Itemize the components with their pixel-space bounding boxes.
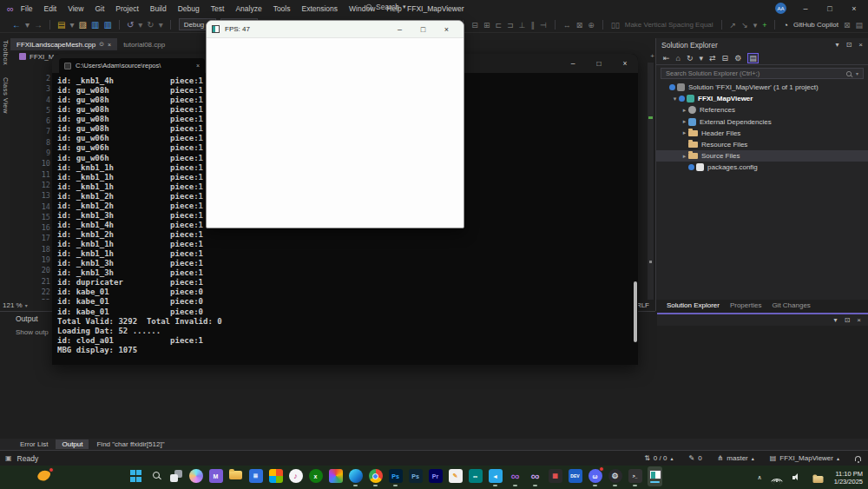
- explorer-toolbar-icon[interactable]: ↻: [687, 54, 694, 63]
- close-tab-icon[interactable]: ×: [196, 63, 200, 69]
- menu-analyze[interactable]: Analyze: [235, 4, 261, 13]
- toolbar-icon[interactable]: +: [762, 21, 766, 30]
- minimize-button[interactable]: –: [560, 59, 586, 68]
- toolbar-icon[interactable]: ▾: [138, 17, 142, 33]
- tree-item[interactable]: packages.config: [656, 162, 868, 173]
- toolbar-icon[interactable]: ▨: [79, 17, 87, 33]
- toolbar-icon[interactable]: ↻: [147, 17, 154, 33]
- toolbar-icon[interactable]: ⊥: [519, 21, 526, 30]
- toolbar-icon[interactable]: ⊟: [471, 21, 478, 30]
- explorer-toolbar-icon[interactable]: ▾: [700, 54, 704, 63]
- taskbar-search[interactable]: [148, 466, 163, 486]
- toolbar-icon[interactable]: ▾: [25, 17, 30, 33]
- explorer-toolbar-icon[interactable]: ⇤: [663, 54, 670, 63]
- taskbar-task-view[interactable]: [168, 466, 183, 486]
- clock[interactable]: 11:10 PM 1/23/2025: [834, 470, 863, 486]
- toolbar-icon[interactable]: ▾: [69, 17, 74, 33]
- toolbar-icon[interactable]: ⊠: [844, 21, 851, 30]
- tray-overflow-caret-icon[interactable]: ∧: [758, 474, 762, 481]
- background-tasks-icon[interactable]: ▣: [5, 454, 12, 462]
- toolbar-icon[interactable]: ↺: [127, 17, 134, 33]
- account-avatar[interactable]: AA: [775, 3, 786, 14]
- bottom-tab[interactable]: Error List: [14, 439, 54, 449]
- panel-tab-properties[interactable]: Properties: [730, 301, 761, 309]
- taskbar-chrome[interactable]: [368, 466, 383, 486]
- expander-icon[interactable]: ▸: [681, 118, 688, 125]
- taskbar-photoshop[interactable]: Ps: [388, 466, 403, 486]
- explorer-toolbar-icon[interactable]: ▤: [747, 53, 759, 63]
- editor-scrollbar[interactable]: [648, 63, 654, 300]
- toolbox-tab[interactable]: Toolbox: [2, 40, 10, 65]
- maximize-button[interactable]: □: [825, 4, 835, 13]
- toolbar-icon[interactable]: →: [34, 17, 43, 33]
- expander-icon[interactable]: ▸: [681, 153, 688, 160]
- split-editor-icon[interactable]: +: [650, 52, 654, 60]
- taskbar-premiere-pro[interactable]: Pr: [428, 466, 443, 486]
- taskbar-copilot[interactable]: [188, 466, 203, 486]
- spacing-command-label[interactable]: Make Vertical Spacing Equal: [625, 21, 713, 29]
- tree-item[interactable]: Resource Files: [656, 139, 868, 150]
- taskbar-vs-code[interactable]: ◄: [488, 466, 503, 486]
- menu-edit[interactable]: Edit: [44, 4, 57, 13]
- close-icon[interactable]: ×: [857, 316, 861, 324]
- pin-icon[interactable]: ⊡: [845, 316, 851, 324]
- taskbar-photos[interactable]: [328, 466, 343, 486]
- taskbar-steam[interactable]: ⚙: [608, 466, 622, 486]
- onedrive-icon[interactable]: [812, 476, 823, 483]
- taskbar-file-explorer[interactable]: [228, 466, 243, 486]
- taskbar-start[interactable]: [128, 466, 143, 486]
- toolbar-icon[interactable]: ⊠: [576, 21, 583, 30]
- tab-tutorial08[interactable]: tutorial08.cpp: [117, 38, 171, 50]
- close-button[interactable]: ×: [849, 4, 859, 13]
- toolbar-icon[interactable]: ⊣: [540, 21, 547, 30]
- pin-icon[interactable]: ⊡: [846, 41, 852, 49]
- tree-item[interactable]: ▾FFXI_MapViewer: [656, 93, 868, 104]
- taskbar-microsoft-365[interactable]: M: [208, 466, 223, 486]
- tree-item[interactable]: ▸References: [656, 104, 868, 116]
- volume-icon[interactable]: [792, 473, 802, 481]
- taskbar-edge[interactable]: [348, 466, 363, 486]
- toolbar-icon[interactable]: ▾: [753, 21, 758, 30]
- expander-icon[interactable]: ▸: [681, 107, 688, 114]
- menu-build[interactable]: Build: [150, 4, 167, 13]
- search-control[interactable]: Search ▾: [365, 3, 405, 11]
- wifi-icon[interactable]: [772, 473, 783, 482]
- close-tab-icon[interactable]: ×: [108, 42, 111, 48]
- minimize-button[interactable]: –: [800, 4, 811, 13]
- tree-item[interactable]: ▸External Dependencies: [656, 116, 868, 128]
- taskbar-itunes[interactable]: ♪: [288, 466, 303, 486]
- tree-item[interactable]: Solution 'FFXI_MapViewer' (1 of 1 projec…: [656, 82, 868, 93]
- toolbar-icon[interactable]: ▥: [91, 17, 99, 33]
- bottom-tab[interactable]: Find "char ffxidir[512]": [90, 439, 170, 449]
- maximize-button[interactable]: □: [586, 59, 612, 68]
- toolbar-icon[interactable]: ◔: [783, 21, 787, 30]
- toolbar-icon[interactable]: ▾: [159, 17, 163, 33]
- menu-view[interactable]: View: [68, 4, 83, 13]
- toolbar-icon[interactable]: ⊞: [483, 21, 490, 30]
- toolbar-icon[interactable]: ▯▯: [611, 21, 620, 30]
- panel-tab-git-changes[interactable]: Git Changes: [772, 301, 810, 309]
- taskbar-app-grid[interactable]: ▦: [548, 466, 562, 486]
- explorer-toolbar-icon[interactable]: ⌂: [676, 54, 681, 63]
- taskbar-visual-studio-2022[interactable]: ∞: [528, 466, 542, 486]
- close-button[interactable]: ×: [612, 59, 638, 68]
- toolbar-icon[interactable]: ⊐: [507, 21, 514, 30]
- zoom-control[interactable]: 121 %▾: [0, 301, 28, 309]
- taskbar-microsoft-app[interactable]: [268, 466, 283, 486]
- toolbar-icon[interactable]: ⊏: [495, 21, 502, 30]
- menu-project[interactable]: Project: [115, 4, 138, 13]
- taskbar-camtasia[interactable]: ∞: [468, 466, 483, 486]
- toolbar-icon[interactable]: ▤: [57, 17, 65, 33]
- taskbar-dev-home[interactable]: DEV: [568, 466, 582, 486]
- terminal-scrollbar[interactable]: [634, 281, 637, 342]
- explorer-toolbar-icon[interactable]: ⇄: [709, 54, 716, 63]
- toolbar-icon[interactable]: ⊕: [588, 21, 595, 30]
- fps-titlebar[interactable]: FPS: 47 – □ ×: [207, 21, 464, 38]
- toolbar-icon[interactable]: ←: [12, 17, 21, 33]
- status-item[interactable]: ⋔master▴: [718, 454, 754, 462]
- tree-item[interactable]: ▸Header Files: [656, 128, 868, 139]
- fps-app-window[interactable]: FPS: 47 – □ ×: [206, 20, 464, 228]
- taskbar-notes-app[interactable]: ≣: [248, 466, 263, 486]
- menu-test[interactable]: Test: [211, 4, 225, 13]
- explorer-toolbar-icon[interactable]: ⊟: [722, 54, 729, 63]
